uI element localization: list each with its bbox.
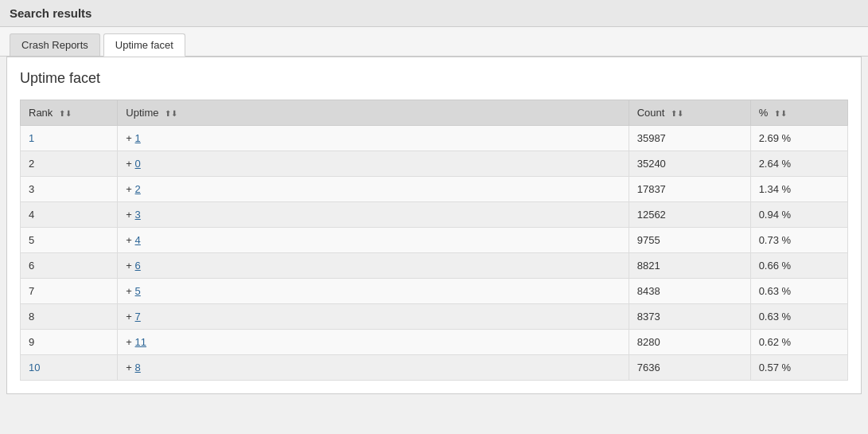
cell-pct: 0.94 % — [750, 202, 847, 228]
cell-uptime: + 3 — [118, 202, 629, 228]
rank-link[interactable]: 1 — [29, 132, 34, 144]
cell-uptime: + 8 — [118, 355, 629, 381]
uptime-link[interactable]: 7 — [135, 311, 141, 323]
cell-count: 9755 — [629, 228, 750, 253]
cell-pct: 0.57 % — [750, 355, 847, 381]
uptime-link[interactable]: 3 — [135, 209, 141, 221]
cell-pct: 0.66 % — [750, 253, 847, 279]
cell-rank: 5 — [21, 228, 118, 253]
cell-uptime: + 7 — [118, 304, 629, 330]
col-header-count[interactable]: Count ⬆⬇ — [629, 100, 750, 126]
cell-uptime: + 0 — [118, 151, 629, 177]
cell-rank: 8 — [21, 304, 118, 330]
panel-title: Uptime facet — [20, 70, 848, 87]
uptime-plus-sign: + — [126, 234, 134, 246]
uptime-link[interactable]: 6 — [135, 260, 141, 272]
col-header-rank[interactable]: Rank ⬆⬇ — [21, 100, 118, 126]
sort-icon-count: ⬆⬇ — [671, 109, 683, 118]
uptime-plus-sign: + — [126, 362, 134, 373]
uptime-link[interactable]: 0 — [135, 158, 141, 170]
page-title: Search results — [10, 6, 91, 20]
cell-count: 8821 — [629, 253, 750, 279]
uptime-plus-sign: + — [126, 132, 134, 144]
uptime-facet-table: Rank ⬆⬇ Uptime ⬆⬇ Count ⬆⬇ % ⬆⬇ — [20, 100, 848, 381]
header-bar: Search results — [0, 0, 868, 27]
uptime-link[interactable]: 5 — [135, 285, 141, 297]
cell-rank: 1 — [21, 126, 118, 151]
sort-icon-pct: ⬆⬇ — [774, 109, 787, 118]
uptime-plus-sign: + — [126, 183, 134, 195]
uptime-link[interactable]: 11 — [135, 336, 146, 348]
col-header-pct[interactable]: % ⬆⬇ — [750, 100, 847, 126]
uptime-link[interactable]: 1 — [135, 132, 141, 144]
sort-icon-rank: ⬆⬇ — [59, 109, 72, 118]
cell-rank: 3 — [21, 177, 118, 202]
cell-pct: 0.62 % — [750, 330, 847, 355]
cell-count: 8373 — [629, 304, 750, 330]
cell-rank: 7 — [21, 279, 118, 304]
cell-rank: 4 — [21, 202, 118, 228]
sort-icon-uptime: ⬆⬇ — [165, 109, 177, 118]
tab-crash-reports[interactable]: Crash Reports — [10, 33, 100, 56]
cell-uptime: + 4 — [118, 228, 629, 253]
cell-pct: 0.63 % — [750, 279, 847, 304]
col-header-uptime[interactable]: Uptime ⬆⬇ — [118, 100, 629, 126]
uptime-link[interactable]: 8 — [135, 362, 141, 373]
uptime-plus-sign: + — [126, 260, 134, 272]
content-panel: Uptime facet Rank ⬆⬇ Uptime ⬆⬇ Count ⬆⬇ — [6, 57, 862, 394]
cell-rank: 9 — [21, 330, 118, 355]
table-row: 2+ 0352402.64 % — [21, 151, 848, 177]
table-row: 4+ 3125620.94 % — [21, 202, 848, 228]
cell-count: 7636 — [629, 355, 750, 381]
cell-pct: 1.34 % — [750, 177, 847, 202]
cell-uptime: + 1 — [118, 126, 629, 151]
cell-count: 17837 — [629, 177, 750, 202]
page-wrapper: Search results Crash Reports Uptime face… — [0, 0, 868, 394]
cell-uptime: + 2 — [118, 177, 629, 202]
cell-count: 12562 — [629, 202, 750, 228]
table-row: 1+ 1359872.69 % — [21, 126, 848, 151]
uptime-plus-sign: + — [126, 311, 134, 323]
tabs-bar: Crash Reports Uptime facet — [0, 27, 868, 57]
cell-pct: 2.64 % — [750, 151, 847, 177]
uptime-link[interactable]: 4 — [135, 234, 141, 246]
table-row: 3+ 2178371.34 % — [21, 177, 848, 202]
uptime-plus-sign: + — [126, 285, 134, 297]
cell-count: 8280 — [629, 330, 750, 355]
cell-count: 35987 — [629, 126, 750, 151]
uptime-plus-sign: + — [126, 158, 134, 170]
cell-uptime: + 5 — [118, 279, 629, 304]
tab-uptime-facet[interactable]: Uptime facet — [103, 33, 185, 57]
cell-rank: 10 — [21, 355, 118, 381]
cell-uptime: + 11 — [118, 330, 629, 355]
uptime-plus-sign: + — [126, 336, 134, 348]
uptime-plus-sign: + — [126, 209, 134, 221]
cell-count: 8438 — [629, 279, 750, 304]
cell-pct: 0.63 % — [750, 304, 847, 330]
cell-rank: 2 — [21, 151, 118, 177]
cell-uptime: + 6 — [118, 253, 629, 279]
table-row: 9+ 1182800.62 % — [21, 330, 848, 355]
cell-pct: 0.73 % — [750, 228, 847, 253]
cell-rank: 6 — [21, 253, 118, 279]
table-row: 7+ 584380.63 % — [21, 279, 848, 304]
table-row: 6+ 688210.66 % — [21, 253, 848, 279]
uptime-link[interactable]: 2 — [135, 183, 141, 195]
table-row: 8+ 783730.63 % — [21, 304, 848, 330]
table-row: 10+ 876360.57 % — [21, 355, 848, 381]
table-header-row: Rank ⬆⬇ Uptime ⬆⬇ Count ⬆⬇ % ⬆⬇ — [21, 100, 848, 126]
cell-pct: 2.69 % — [750, 126, 847, 151]
cell-count: 35240 — [629, 151, 750, 177]
rank-link[interactable]: 10 — [29, 362, 40, 373]
table-row: 5+ 497550.73 % — [21, 228, 848, 253]
